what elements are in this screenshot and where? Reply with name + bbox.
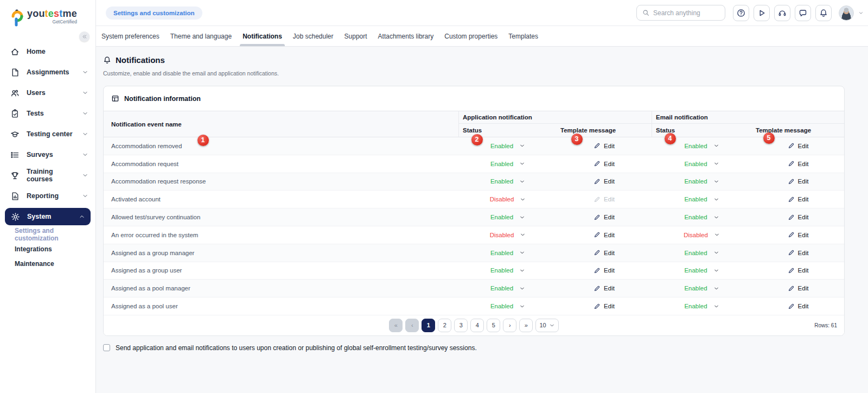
application-template-edit-button[interactable]: Edit [557, 285, 652, 292]
email-template-edit-button[interactable]: Edit [752, 160, 844, 167]
email-status-dropdown[interactable]: Enabled [652, 178, 752, 185]
sidebar-subitem-integrations[interactable]: Integrations [0, 242, 95, 256]
application-status-dropdown[interactable]: Enabled [459, 178, 557, 185]
pencil-icon [593, 285, 601, 292]
headset-button[interactable] [774, 5, 790, 21]
tab-notifications[interactable]: Notifications [237, 26, 288, 46]
status-value: Disabled [490, 232, 514, 238]
pagination-page-3[interactable]: 3 [454, 319, 468, 332]
application-status-dropdown[interactable]: Disabled [459, 232, 557, 238]
email-template-edit-button[interactable]: Edit [752, 231, 844, 238]
chevron-down-icon [549, 322, 555, 328]
chevron-down-icon [82, 131, 88, 137]
email-template-edit-button[interactable]: Edit [752, 196, 844, 203]
email-template-edit-button[interactable]: Edit [752, 214, 844, 221]
application-template-edit-button[interactable]: Edit [557, 178, 652, 185]
email-status-dropdown[interactable]: Enabled [652, 250, 752, 256]
brand-logo[interactable]: youtestme GetCertified [0, 0, 95, 27]
application-status-dropdown[interactable]: Enabled [459, 250, 557, 256]
email-status-dropdown[interactable]: Enabled [652, 214, 752, 220]
play-button[interactable] [754, 5, 770, 21]
application-status-dropdown[interactable]: Enabled [459, 267, 557, 274]
notification-information-card: Notification information Notification ev… [103, 86, 845, 336]
sidebar-subitem-settings-and-customization[interactable]: Settings and customization [0, 227, 95, 242]
email-template-edit-button[interactable]: Edit [752, 267, 844, 274]
application-status-dropdown[interactable]: Disabled [459, 196, 557, 202]
pagination-page-4[interactable]: 4 [470, 319, 484, 332]
application-template-edit-button[interactable]: Edit [557, 303, 652, 310]
sidebar-item-home[interactable]: Home [0, 41, 95, 62]
status-value: Enabled [490, 285, 513, 291]
tab-support[interactable]: Support [339, 26, 373, 46]
tab-templates[interactable]: Templates [503, 26, 544, 46]
help-button[interactable] [733, 5, 749, 21]
application-status-dropdown[interactable]: Enabled [459, 214, 557, 220]
pencil-icon [788, 160, 795, 167]
pencil-icon [788, 178, 795, 185]
pencil-icon [593, 196, 601, 203]
sidebar-item-training-courses[interactable]: Training courses [0, 165, 95, 186]
sidebar-item-label: Surveys [27, 151, 53, 159]
tab-theme-and-language[interactable]: Theme and language [165, 26, 237, 46]
email-status-dropdown[interactable]: Enabled [652, 161, 752, 167]
application-template-edit-button[interactable]: Edit [557, 214, 652, 221]
pagination-last-button[interactable]: » [519, 319, 533, 332]
application-template-edit-button[interactable]: Edit [557, 142, 652, 149]
tab-attachments-library[interactable]: Attachments library [373, 26, 439, 46]
pagination: Rows: 61 «‹12345›»10 [104, 315, 844, 335]
chat-button[interactable] [795, 5, 811, 21]
chevron-down-icon [519, 303, 525, 309]
search-input[interactable] [653, 9, 719, 17]
page-size-select[interactable]: 10 [535, 319, 558, 332]
status-value: Enabled [684, 267, 707, 274]
application-template-edit-button[interactable]: Edit [557, 231, 652, 238]
edit-label: Edit [798, 178, 809, 185]
email-status-dropdown[interactable]: Enabled [652, 196, 752, 202]
email-status-dropdown[interactable]: Disabled [652, 232, 752, 238]
email-template-edit-button[interactable]: Edit [752, 249, 844, 256]
sidebar-item-testing-center[interactable]: Testing center [0, 124, 95, 144]
sidebar-collapse-button[interactable] [79, 31, 90, 42]
bell-button[interactable] [815, 5, 832, 21]
email-status-dropdown[interactable]: Enabled [652, 143, 752, 149]
edit-label: Edit [798, 267, 809, 274]
application-status-dropdown[interactable]: Enabled [459, 285, 557, 291]
pagination-page-5[interactable]: 5 [487, 319, 500, 332]
email-template-edit-button[interactable]: Edit [752, 178, 844, 185]
application-template-edit-button[interactable]: Edit [557, 160, 652, 167]
sidebar-item-assignments[interactable]: Assignments [0, 62, 95, 83]
sidebar-item-users[interactable]: Users [0, 83, 95, 103]
pencil-icon [593, 303, 601, 310]
email-status-dropdown[interactable]: Enabled [652, 267, 752, 274]
application-template-edit-button[interactable]: Edit [557, 267, 652, 274]
pagination-page-1[interactable]: 1 [422, 319, 435, 332]
user-avatar[interactable] [839, 5, 854, 21]
email-status-dropdown[interactable]: Enabled [652, 285, 752, 291]
tab-job-scheduler[interactable]: Job scheduler [288, 26, 339, 46]
email-template-edit-button[interactable]: Edit [752, 303, 844, 310]
application-status-dropdown[interactable]: Enabled [459, 303, 557, 309]
edit-label: Edit [798, 196, 809, 202]
status-value: Enabled [684, 178, 707, 185]
email-template-edit-button[interactable]: Edit [752, 285, 844, 292]
status-value: Enabled [490, 214, 513, 220]
sidebar-subitem-maintenance[interactable]: Maintenance [0, 256, 95, 271]
sidebar-item-label: Assignments [27, 68, 69, 76]
email-template-edit-button[interactable]: Edit [752, 142, 844, 149]
user-menu-chevron-down-icon[interactable] [858, 10, 864, 16]
send-notifications-checkbox[interactable] [103, 344, 110, 351]
email-status-dropdown[interactable]: Enabled [652, 303, 752, 309]
application-status-dropdown[interactable]: Enabled [459, 161, 557, 167]
sidebar-item-tests[interactable]: Tests [0, 103, 95, 124]
tab-custom-properties[interactable]: Custom properties [439, 26, 503, 46]
sidebar-item-surveys[interactable]: Surveys [0, 144, 95, 165]
context-badge[interactable]: Settings and customization [106, 7, 202, 20]
sidebar-item-reporting[interactable]: Reporting [0, 186, 95, 206]
application-template-edit-button[interactable]: Edit [557, 249, 652, 256]
pagination-first-button: « [389, 319, 403, 332]
pagination-page-2[interactable]: 2 [438, 319, 451, 332]
sidebar-item-system[interactable]: System [5, 208, 91, 225]
tab-system-preferences[interactable]: System preferences [96, 26, 165, 46]
search-box[interactable] [636, 5, 725, 21]
pagination-next-button[interactable]: › [503, 319, 516, 332]
